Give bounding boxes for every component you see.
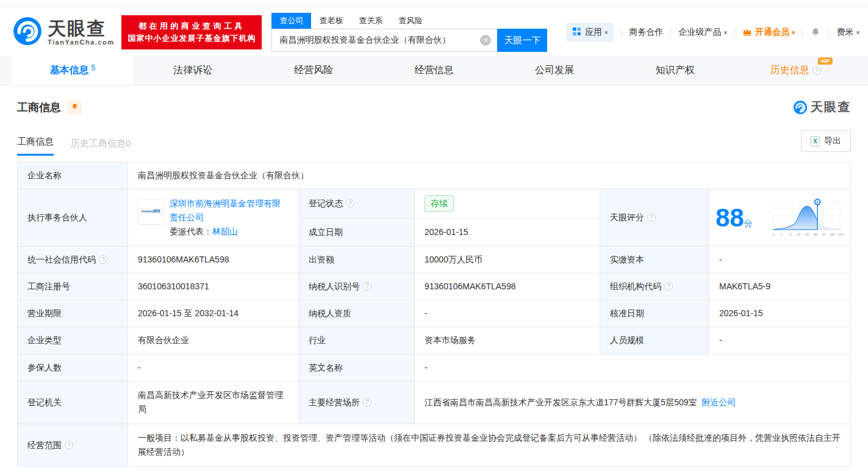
org-code-value: MAK6TLA5-9 xyxy=(709,273,851,300)
score-distribution-chart: 0 1 3 15 50 85 97 99 100 xyxy=(770,196,844,240)
svg-text:1: 1 xyxy=(781,232,783,236)
taxpayer-quality-value: - xyxy=(415,300,600,327)
search-tab-risk[interactable]: 查风险 xyxy=(390,13,430,29)
subtab-history-business-info[interactable]: 历史工商信息0 xyxy=(71,138,131,156)
search-tab-company[interactable]: 查公司 xyxy=(271,13,311,29)
org-code-label-text: 组织机构代码 xyxy=(610,281,661,291)
credit-code-value: 91360106MAK6TLA598 xyxy=(128,247,299,273)
tianyancha-logo-icon xyxy=(12,16,43,49)
approval-date-value: 2026-01-15 xyxy=(709,300,851,327)
tianyancha-logo[interactable]: 天眼查 TianYanCha.com xyxy=(12,16,114,49)
staff-size-value: - xyxy=(709,327,851,354)
tab-operation-info[interactable]: 经营信息 xyxy=(374,56,495,85)
export-label: 导出 xyxy=(824,136,841,146)
tab-intellectual-property[interactable]: 知识产权 xyxy=(615,56,736,85)
partner-logo[interactable]: Uniwin洲明 xyxy=(138,199,163,225)
menu-enterprise[interactable]: 企业级产品 xyxy=(678,27,727,38)
watermark-text: 天眼查 xyxy=(811,99,851,115)
menu-cooperation[interactable]: 商务合作 xyxy=(629,27,663,38)
section-title: 工商信息 xyxy=(17,100,61,115)
help-icon[interactable] xyxy=(647,213,656,222)
subtab-business-info[interactable]: 工商信息 xyxy=(17,136,54,156)
user-menu[interactable]: 费米 xyxy=(836,27,859,38)
apps-menu[interactable]: 应用 xyxy=(566,23,614,42)
export-button[interactable]: 导出 xyxy=(801,130,851,152)
partner-company-link[interactable]: 深圳市前海洲明基金管理有限责任公司 xyxy=(170,198,281,222)
tab-basic-info-label: 基本信息 xyxy=(49,64,88,77)
paid-capital-value: - xyxy=(709,247,851,273)
table-row: 企业类型 有限合伙企业 行业 资本市场服务 人员规模 - xyxy=(18,327,851,354)
table-row: 参保人数 - 英文名称 - xyxy=(18,354,851,381)
search-button[interactable]: 天眼一下 xyxy=(497,29,547,52)
crown-icon xyxy=(742,27,755,38)
score-label: 天眼评分 xyxy=(600,189,709,247)
header-separator xyxy=(802,28,803,37)
approval-date-label: 核准日期 xyxy=(600,300,709,327)
help-icon[interactable] xyxy=(346,199,354,208)
tab-operation-info-label: 经营信息 xyxy=(415,64,454,77)
english-name-label: 英文名称 xyxy=(299,354,415,381)
apps-grid-icon xyxy=(572,27,585,38)
score-unit: 分 xyxy=(744,219,753,228)
taxpayer-id-label: 纳税人识别号 xyxy=(299,273,415,300)
help-icon[interactable] xyxy=(363,398,371,407)
tab-basic-info[interactable]: 基本信息 5 xyxy=(12,56,133,85)
help-icon[interactable] xyxy=(65,441,73,449)
search-tab-boss[interactable]: 查老板 xyxy=(311,13,351,29)
tab-legal-label: 法律诉讼 xyxy=(173,64,212,77)
search-tab-relation[interactable]: 查关系 xyxy=(351,13,390,29)
scope-label: 经营范围 xyxy=(18,424,128,466)
svg-text:100: 100 xyxy=(838,232,844,236)
monitor-bell-icon[interactable] xyxy=(67,100,82,115)
biz-term-label: 营业期限 xyxy=(18,300,128,327)
help-icon[interactable] xyxy=(812,67,821,75)
company-name-value: 南昌洲明股权投资基金合伙企业（有限合伙） xyxy=(128,162,851,189)
tab-company-development[interactable]: 公司发展 xyxy=(494,56,615,85)
tab-history-info[interactable]: VIP 历史信息 xyxy=(735,56,856,85)
reg-status-label: 登记状态 xyxy=(299,189,415,219)
promo-line1: 都在用的商业查询工具 xyxy=(127,20,256,32)
company-type-value: 有限合伙企业 xyxy=(128,327,299,354)
header-separator xyxy=(734,28,735,37)
help-icon[interactable] xyxy=(363,282,371,291)
english-name-value: - xyxy=(415,354,851,381)
svg-text:0: 0 xyxy=(772,232,774,236)
help-icon[interactable] xyxy=(664,282,673,291)
search-tabs: 查公司 查老板 查关系 查风险 xyxy=(271,13,547,29)
menu-vip[interactable]: 开通会员 xyxy=(742,27,795,38)
org-code-label: 组织机构代码 xyxy=(600,273,709,300)
table-row: 经营范围 一般项目：以私募基金从事股权投资、投资管理、资产管理等活动（须在中国证… xyxy=(18,424,851,466)
reg-authority-value: 南昌高新技术产业开发区市场监督管理局 xyxy=(128,381,299,424)
tab-operation-risk[interactable]: 经营风险 xyxy=(253,56,374,85)
search-input[interactable] xyxy=(271,29,497,52)
est-date-label: 成立日期 xyxy=(299,219,415,247)
table-row: 工商注册号 360106310018371 纳税人识别号 91360106MAK… xyxy=(18,273,851,300)
promo-line2: 国家中小企业发展子基金旗下机构 xyxy=(127,32,256,45)
help-icon[interactable] xyxy=(99,255,107,264)
svg-text:50: 50 xyxy=(805,232,809,236)
username-label: 费米 xyxy=(836,27,853,38)
apps-menu-label: 应用 xyxy=(585,27,602,38)
insured-count-value: - xyxy=(128,354,299,381)
industry-value: 资本市场服务 xyxy=(415,327,600,354)
scope-label-text: 经营范围 xyxy=(27,440,62,450)
tab-intellectual-property-label: 知识产权 xyxy=(656,64,695,77)
excel-icon xyxy=(811,136,820,146)
capital-value: 10000万人民币 xyxy=(415,247,600,273)
tab-legal[interactable]: 法律诉讼 xyxy=(133,56,254,85)
watermark-logo: 天眼查 xyxy=(793,99,851,115)
insured-count-label: 参保人数 xyxy=(18,354,128,381)
rep-name-link[interactable]: 林韶山 xyxy=(212,226,238,236)
taxpayer-quality-label: 纳税人资质 xyxy=(299,300,415,327)
table-row: 登记机关 南昌高新技术产业开发区市场监督管理局 主要经营场所 江西省南昌市南昌高… xyxy=(18,381,851,424)
header-separator xyxy=(670,28,671,37)
nearby-companies-link[interactable]: 附近公司 xyxy=(701,397,736,407)
score-value: 88 xyxy=(716,203,744,232)
svg-text:85: 85 xyxy=(814,232,817,236)
notification-bell-icon[interactable] xyxy=(810,27,821,38)
top-header: 天眼查 TianYanCha.com 都在用的商业查询工具 国家中小企业发展子基… xyxy=(0,0,868,56)
header-menu: 应用 商务合作 企业级产品 开通会员 费米 xyxy=(566,23,859,42)
reg-status-label-text: 登记状态 xyxy=(309,198,343,208)
tab-company-development-label: 公司发展 xyxy=(535,64,574,77)
tab-history-info-label: 历史信息 xyxy=(770,64,809,77)
